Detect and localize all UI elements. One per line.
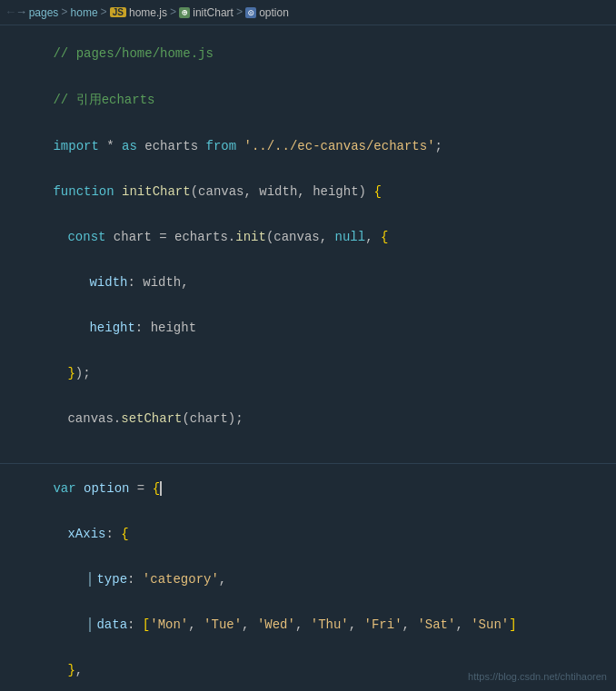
js-badge: JS bbox=[110, 7, 126, 17]
sep2: > bbox=[101, 6, 107, 19]
var-keyword: var bbox=[53, 481, 75, 496]
code-line-7: height: height bbox=[0, 305, 616, 350]
code-line-10: var option = { bbox=[0, 466, 616, 511]
option-var: option bbox=[84, 481, 129, 496]
indent-guide: type: 'category', bbox=[89, 572, 226, 587]
back-arrow[interactable]: ← bbox=[7, 5, 15, 19]
code-line-14: }, bbox=[0, 647, 616, 691]
breadcrumb-nav: pages > home > JS home.js > ⊕ initChart … bbox=[29, 6, 289, 19]
breadcrumb-home: home bbox=[71, 6, 98, 19]
code-line-12: type: 'category', bbox=[0, 557, 616, 602]
forward-arrow[interactable]: → bbox=[18, 5, 25, 19]
comment2: // 引用echarts bbox=[53, 93, 154, 107]
func-name: initChart bbox=[122, 184, 191, 199]
code-line-11: xAxis: { bbox=[0, 511, 616, 557]
breadcrumb-pages: pages bbox=[29, 6, 59, 19]
code-line-2: // 引用echarts bbox=[0, 76, 616, 123]
as-keyword: as bbox=[122, 139, 137, 153]
function-keyword: function bbox=[53, 184, 114, 199]
breadcrumb-option: option bbox=[259, 6, 289, 19]
code-editor[interactable]: // pages/home/home.js // 引用echarts impor… bbox=[0, 25, 616, 691]
param-width: width bbox=[259, 184, 297, 199]
param-canvas: canvas bbox=[198, 184, 243, 199]
code-line-5: const chart = echarts.init(canvas, null,… bbox=[0, 214, 616, 260]
breadcrumb: ← → pages > home > JS home.js > ⊕ initCh… bbox=[0, 0, 616, 25]
comment1: // pages/home/home.js bbox=[53, 46, 213, 61]
func-badge: ⊕ bbox=[179, 7, 190, 18]
code-line-3: import * as echarts from '../../ec-canva… bbox=[0, 123, 616, 169]
import-keyword: import bbox=[53, 139, 98, 153]
import-path: '../../ec-canvas/echarts' bbox=[244, 139, 435, 153]
code-line-9: canvas.setChart(chart); bbox=[0, 396, 616, 441]
param-height: height bbox=[313, 184, 358, 199]
watermark: https://blog.csdn.net/chtihaoren bbox=[468, 671, 607, 682]
cursor bbox=[160, 481, 162, 496]
code-line-8: }); bbox=[0, 350, 616, 396]
separator bbox=[0, 463, 616, 464]
code-divider bbox=[0, 441, 616, 461]
sep1: > bbox=[61, 6, 67, 19]
code-line-4: function initChart(canvas, width, height… bbox=[0, 169, 616, 214]
code-line-6: width: width, bbox=[0, 260, 616, 305]
code-line-13: data: ['Mon', 'Tue', 'Wed', 'Thu', 'Fri'… bbox=[0, 602, 616, 647]
prop-badge: ◎ bbox=[245, 7, 256, 18]
breadcrumb-initchart: initChart bbox=[193, 6, 233, 19]
const-keyword: const bbox=[67, 230, 105, 244]
indent-guide2: data: ['Mon', 'Tue', 'Wed', 'Thu', 'Fri'… bbox=[89, 617, 516, 632]
from-keyword: from bbox=[206, 139, 237, 153]
code-line-1: // pages/home/home.js bbox=[0, 31, 616, 76]
sep3: > bbox=[170, 6, 176, 19]
sep4: > bbox=[236, 6, 243, 19]
breadcrumb-homejs: home.js bbox=[129, 6, 167, 19]
